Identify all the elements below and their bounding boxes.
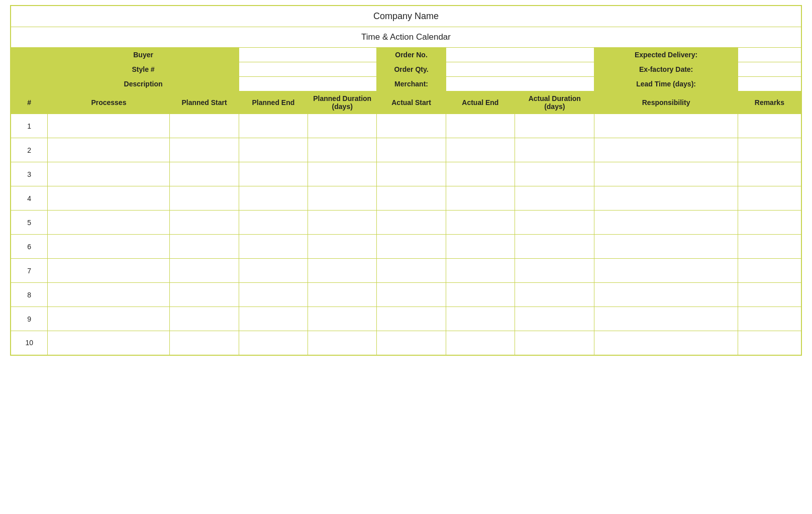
order-qty-label: Order Qty. <box>377 62 446 77</box>
row-5-planned-start[interactable] <box>170 211 239 235</box>
lead-time-value[interactable] <box>738 77 801 91</box>
row-2-remarks[interactable] <box>738 138 801 162</box>
row-1-remarks[interactable] <box>738 114 801 138</box>
order-qty-value[interactable] <box>446 62 594 77</box>
row-9-planned-duration[interactable] <box>308 307 377 331</box>
row-1-planned-duration[interactable] <box>308 114 377 138</box>
row-7-responsibility[interactable] <box>594 259 738 283</box>
row-10-actual-duration[interactable] <box>515 331 594 355</box>
row-6-responsibility[interactable] <box>594 235 738 259</box>
row-5-processes[interactable] <box>48 211 170 235</box>
row-5-planned-duration[interactable] <box>308 211 377 235</box>
row-4-actual-duration[interactable] <box>515 186 594 211</box>
row-3-actual-duration[interactable] <box>515 162 594 186</box>
row-1-planned-end[interactable] <box>239 114 308 138</box>
row-2-processes[interactable] <box>48 138 170 162</box>
row-2-actual-start[interactable] <box>377 138 446 162</box>
row-4-planned-end[interactable] <box>239 186 308 211</box>
row-2-actual-duration[interactable] <box>515 138 594 162</box>
row-1-responsibility[interactable] <box>594 114 738 138</box>
row-6-planned-end[interactable] <box>239 235 308 259</box>
row-5-actual-duration[interactable] <box>515 211 594 235</box>
row-9-planned-end[interactable] <box>239 307 308 331</box>
row-8-remarks[interactable] <box>738 283 801 307</box>
row-5-actual-start[interactable] <box>377 211 446 235</box>
row-10-actual-end[interactable] <box>446 331 515 355</box>
row-6-planned-start[interactable] <box>170 235 239 259</box>
row-8-responsibility[interactable] <box>594 283 738 307</box>
row-6-actual-end[interactable] <box>446 235 515 259</box>
row-3-planned-duration[interactable] <box>308 162 377 186</box>
row-9-actual-end[interactable] <box>446 307 515 331</box>
row-6-processes[interactable] <box>48 235 170 259</box>
row-7-planned-end[interactable] <box>239 259 308 283</box>
row-7-actual-duration[interactable] <box>515 259 594 283</box>
row-2-actual-end[interactable] <box>446 138 515 162</box>
row-7-actual-start[interactable] <box>377 259 446 283</box>
row-4-actual-end[interactable] <box>446 186 515 211</box>
row-8-actual-start[interactable] <box>377 283 446 307</box>
row-7-processes[interactable] <box>48 259 170 283</box>
row-4-responsibility[interactable] <box>594 186 738 211</box>
row-1-processes[interactable] <box>48 114 170 138</box>
row-8-planned-start[interactable] <box>170 283 239 307</box>
row-5-planned-end[interactable] <box>239 211 308 235</box>
row-8-actual-duration[interactable] <box>515 283 594 307</box>
row-10-remarks[interactable] <box>738 331 801 355</box>
row-5-responsibility[interactable] <box>594 211 738 235</box>
exfactory-value[interactable] <box>738 62 801 77</box>
row-2-planned-start[interactable] <box>170 138 239 162</box>
buyer-value[interactable] <box>239 48 377 62</box>
row-2-planned-duration[interactable] <box>308 138 377 162</box>
row-4-processes[interactable] <box>48 186 170 211</box>
merchant-value[interactable] <box>446 77 594 91</box>
row-3-remarks[interactable] <box>738 162 801 186</box>
row-1-actual-start[interactable] <box>377 114 446 138</box>
row-6-actual-start[interactable] <box>377 235 446 259</box>
row-10-planned-duration[interactable] <box>308 331 377 355</box>
row-4-planned-duration[interactable] <box>308 186 377 211</box>
row-8-processes[interactable] <box>48 283 170 307</box>
row-7-actual-end[interactable] <box>446 259 515 283</box>
row-9-actual-start[interactable] <box>377 307 446 331</box>
row-10-processes[interactable] <box>48 331 170 355</box>
row-5-actual-end[interactable] <box>446 211 515 235</box>
row-6-planned-duration[interactable] <box>308 235 377 259</box>
row-8-planned-duration[interactable] <box>308 283 377 307</box>
row-7-planned-start[interactable] <box>170 259 239 283</box>
row-9-processes[interactable] <box>48 307 170 331</box>
row-3-actual-start[interactable] <box>377 162 446 186</box>
row-3-actual-end[interactable] <box>446 162 515 186</box>
row-10-planned-end[interactable] <box>239 331 308 355</box>
row-3-responsibility[interactable] <box>594 162 738 186</box>
row-8-planned-end[interactable] <box>239 283 308 307</box>
row-6-actual-duration[interactable] <box>515 235 594 259</box>
order-no-value[interactable] <box>446 48 594 62</box>
row-9-remarks[interactable] <box>738 307 801 331</box>
row-9-planned-start[interactable] <box>170 307 239 331</box>
row-10-actual-start[interactable] <box>377 331 446 355</box>
row-4-remarks[interactable] <box>738 186 801 211</box>
row-4-actual-start[interactable] <box>377 186 446 211</box>
row-1-actual-duration[interactable] <box>515 114 594 138</box>
row-8-actual-end[interactable] <box>446 283 515 307</box>
row-1-planned-start[interactable] <box>170 114 239 138</box>
row-3-processes[interactable] <box>48 162 170 186</box>
row-7-planned-duration[interactable] <box>308 259 377 283</box>
row-1-actual-end[interactable] <box>446 114 515 138</box>
row-10-planned-start[interactable] <box>170 331 239 355</box>
row-10-responsibility[interactable] <box>594 331 738 355</box>
description-value[interactable] <box>239 77 377 91</box>
row-9-actual-duration[interactable] <box>515 307 594 331</box>
row-6-remarks[interactable] <box>738 235 801 259</box>
row-5-remarks[interactable] <box>738 211 801 235</box>
row-2-planned-end[interactable] <box>239 138 308 162</box>
row-9-responsibility[interactable] <box>594 307 738 331</box>
row-2-responsibility[interactable] <box>594 138 738 162</box>
style-value[interactable] <box>239 62 377 77</box>
expected-delivery-value[interactable] <box>738 48 801 62</box>
row-4-planned-start[interactable] <box>170 186 239 211</box>
row-7-remarks[interactable] <box>738 259 801 283</box>
row-3-planned-end[interactable] <box>239 162 308 186</box>
row-3-planned-start[interactable] <box>170 162 239 186</box>
